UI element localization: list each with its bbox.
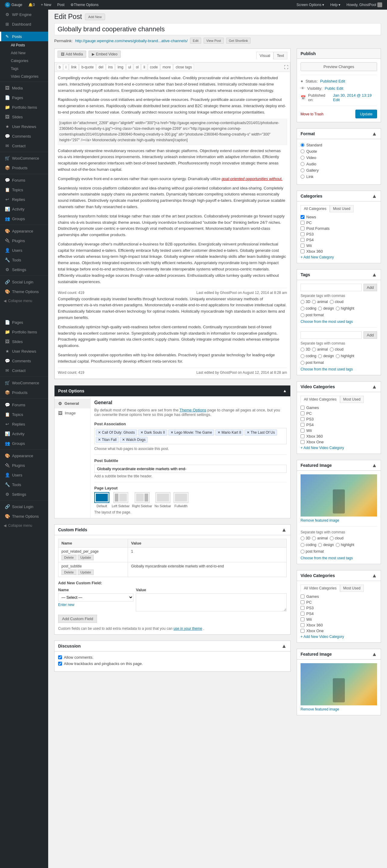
edit-permalink-btn[interactable]: Edit — [190, 38, 201, 44]
vidcat-games-checkbox-2[interactable] — [300, 594, 304, 598]
theme-options-link[interactable]: Theme Options — [180, 408, 206, 412]
most-used-tags-link-2[interactable]: Choose from the most used tags — [300, 367, 377, 371]
most-used-tags-link[interactable]: Choose from the most used tags — [300, 319, 377, 324]
feat-tag-cloud-radio[interactable] — [330, 536, 334, 540]
embed-video-btn[interactable]: ▶ Embed Video — [89, 51, 121, 58]
sidebar-item-user-reviews[interactable]: ★ User Reviews — [0, 122, 48, 131]
permalink-url[interactable]: http://gauge.wpengine.com/news/globally-… — [75, 38, 188, 43]
update-btn[interactable]: Update — [355, 110, 377, 118]
tag-post-format-radio-2[interactable] — [300, 361, 304, 365]
vidcat-xboxone-checkbox[interactable] — [300, 440, 304, 444]
vidcat-ps3-checkbox[interactable] — [300, 417, 304, 421]
screen-options-btn[interactable]: Screen Options ▾ — [294, 0, 326, 10]
sidebar-item-topics[interactable]: 📋 Topics — [0, 185, 48, 194]
sidebar-item-portfolio-2[interactable]: 📁 Portfolio Items — [0, 327, 48, 337]
cf-update-1[interactable]: Update — [78, 555, 94, 560]
sidebar-item-settings[interactable]: ⚙ Settings — [0, 265, 48, 274]
format-gallery-radio[interactable] — [300, 168, 304, 172]
sidebar-item-appearance[interactable]: 🎨 Appearance — [0, 226, 48, 236]
sidebar-item-comments[interactable]: 💬 Comments — [0, 131, 48, 141]
sidebar-item-dashboard[interactable]: ⊞ Dashboard — [0, 19, 48, 29]
fullscreen-icon[interactable]: ⛶ — [284, 65, 288, 69]
discussion-header[interactable]: Discussion ▲ — [55, 641, 290, 651]
bquote-btn[interactable]: b-quote — [79, 64, 96, 70]
sidebar-item-theme-options[interactable]: 🎨 Theme Options — [0, 287, 48, 297]
sidebar-item-slides[interactable]: 🖼 Slides — [0, 112, 48, 122]
feat-tag-3d-radio[interactable] — [300, 536, 304, 540]
post-editor[interactable]: Compellingly evolve magnetic data rather… — [55, 72, 290, 379]
sidebar-item-users-2[interactable]: 👤 Users — [0, 470, 48, 480]
most-used-categories-tab[interactable]: Most Used — [330, 205, 354, 212]
bold-btn[interactable]: b — [57, 64, 63, 70]
tag-design-radio-2[interactable] — [318, 354, 322, 358]
tag-animal-radio[interactable] — [312, 300, 316, 304]
po-tab-general[interactable]: ⚙ General — [55, 399, 90, 408]
sidebar-item-activity[interactable]: 📊 Activity — [0, 204, 48, 214]
video-categories-header-2[interactable]: Video Categories ▲ — [297, 570, 381, 581]
sidebar-item-portfolio[interactable]: 📁 Portfolio Items — [0, 102, 48, 112]
feat-tag-highlight-radio[interactable] — [336, 543, 340, 547]
cat-news-checkbox[interactable] — [300, 215, 304, 219]
cf-delete-2[interactable]: Delete — [61, 569, 76, 575]
sidebar-item-comments-2[interactable]: 💬 Comments — [0, 356, 48, 366]
tags-header[interactable]: Tags ▲ — [297, 270, 381, 280]
format-header[interactable]: Format ▲ — [297, 129, 381, 139]
format-quote-radio[interactable] — [300, 149, 304, 153]
theme-options-menu-item[interactable]: ⚙ Theme Options — [68, 0, 101, 10]
ins-btn[interactable]: ins — [106, 64, 115, 70]
tag-animal-radio-2[interactable] — [312, 347, 316, 351]
sidebar-item-media[interactable]: 🖼 Media — [0, 83, 48, 93]
sidebar-item-groups-2[interactable]: 👥 Groups — [0, 438, 48, 448]
cf-update-2[interactable]: Update — [78, 569, 94, 575]
all-video-categories-tab[interactable]: All Video Categories — [300, 396, 340, 403]
po-tab-image[interactable]: 🖼 Image — [55, 408, 90, 418]
sidebar-item-settings-2[interactable]: ⚙ Settings — [0, 489, 48, 499]
feat-tag-design-radio[interactable] — [318, 543, 322, 547]
new-post-btn[interactable]: + New — [38, 0, 54, 10]
sidebar-item-contact[interactable]: ✉ Contact — [0, 141, 48, 151]
enter-new-link[interactable]: Enter new — [58, 603, 133, 607]
format-audio-radio[interactable] — [300, 162, 304, 166]
most-used-video-tab[interactable]: Most Used — [340, 396, 364, 403]
video-categories-header[interactable]: Video Categories ▲ — [297, 381, 381, 392]
tag-coding-radio[interactable] — [300, 307, 304, 311]
all-video-categories-tab-2[interactable]: All Video Categories — [300, 585, 340, 592]
sidebar-item-contact-2[interactable]: ✉ Contact — [0, 366, 48, 375]
post-menu-item[interactable]: Post — [55, 0, 67, 10]
featured-image-header-2[interactable]: Featured Image ▲ — [297, 649, 381, 659]
collapse-menu-btn[interactable]: ◀ Collapse menu — [0, 297, 48, 305]
vidcat-pc-checkbox[interactable] — [300, 411, 304, 415]
tag-post-format-radio[interactable] — [300, 313, 304, 317]
sidebar-subitem-tags[interactable]: Tags — [0, 65, 48, 72]
notification-badge[interactable]: 🔔 0 — [26, 0, 37, 10]
tag-cloud-radio[interactable] — [330, 300, 334, 304]
sidebar-item-replies[interactable]: ↩ Replies — [0, 194, 48, 204]
tag-cloud-radio-2[interactable] — [330, 347, 334, 351]
feat-most-used-link[interactable]: Choose from the most used tags — [300, 556, 377, 560]
format-video-radio[interactable] — [300, 156, 304, 160]
remove-featured-image-link[interactable]: Remove featured image — [300, 518, 377, 523]
sidebar-item-tools[interactable]: 🔧 Tools — [0, 255, 48, 265]
vidcat-wii-checkbox-2[interactable] — [300, 617, 304, 621]
sidebar-item-woocommerce[interactable]: 🛒 WooCommerce — [0, 153, 48, 163]
text-tab[interactable]: Text — [273, 52, 287, 59]
cat-xbox360-checkbox[interactable] — [300, 249, 304, 253]
tag-3d-radio-2[interactable] — [300, 347, 304, 351]
sidebar-subitem-categories[interactable]: Categories — [0, 57, 48, 65]
vidcat-xboxone-checkbox-2[interactable] — [300, 629, 304, 633]
visibility-edit-link[interactable]: Edit — [336, 86, 343, 91]
format-standard-radio[interactable] — [300, 143, 304, 147]
sidebar-item-forums[interactable]: 💬 Forums — [0, 175, 48, 185]
vidcat-pc-checkbox-2[interactable] — [300, 600, 304, 604]
layout-left-sidebar[interactable]: Left Sidebar — [112, 492, 129, 508]
cf-name-select[interactable]: — Select — — [58, 593, 133, 601]
sidebar-item-tools-2[interactable]: 🔧 Tools — [0, 480, 48, 489]
add-new-button[interactable]: Add New — [85, 13, 105, 20]
sidebar-subitem-add-new[interactable]: Add New — [0, 49, 48, 57]
tags-input[interactable] — [300, 284, 362, 291]
code-btn[interactable]: code — [148, 64, 160, 70]
img-btn[interactable]: img — [115, 64, 125, 70]
cf-delete-1[interactable]: Delete — [61, 555, 76, 560]
sidebar-item-theme-options-2[interactable]: 🎨 Theme Options — [0, 512, 48, 521]
get-shortlink-btn[interactable]: Get Shortlink — [226, 38, 251, 44]
